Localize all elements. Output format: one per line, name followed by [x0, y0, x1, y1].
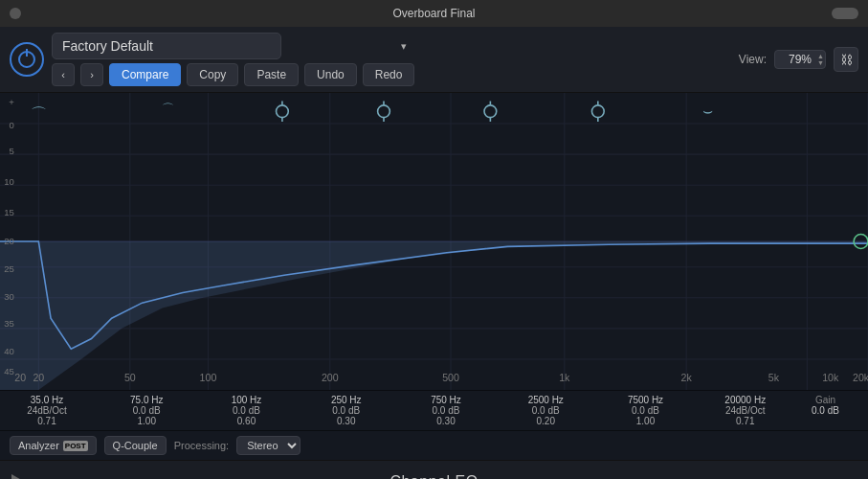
- processing-label: Processing:: [174, 440, 229, 451]
- nav-prev-button[interactable]: ‹: [52, 63, 75, 86]
- svg-text:40: 40: [4, 346, 14, 356]
- band-1-db: 24dB/Oct: [27, 405, 67, 416]
- post-badge: POST: [63, 441, 88, 451]
- band-2-freq: 75.0 Hz: [130, 395, 163, 405]
- link-icon: ⛓: [840, 53, 853, 67]
- band-5-freq: 750 Hz: [431, 395, 461, 405]
- band-8-info: 20000 Hz 24dB/Oct 0.71: [712, 395, 779, 426]
- plugin-header: Factory Default ▾ ‹ › Compare Copy Paste…: [0, 27, 868, 93]
- eq-svg: ⌒ ⌒ ⌣ ⌒ 20 20 50 100 200 500 1k 2k 5k: [0, 93, 868, 390]
- title-bar: Overboard Final: [0, 0, 868, 27]
- copy-button[interactable]: Copy: [187, 63, 238, 86]
- redo-button[interactable]: Redo: [363, 63, 415, 86]
- window-close-dot[interactable]: [10, 8, 21, 19]
- power-button[interactable]: [10, 42, 44, 77]
- band-2-info: 75.0 Hz 0.0 dB 1.00: [113, 395, 180, 426]
- svg-text:5: 5: [10, 146, 14, 156]
- svg-text:100: 100: [200, 372, 217, 383]
- svg-text:30: 30: [4, 291, 14, 302]
- band-2-db: 0.0 dB: [133, 405, 161, 416]
- play-button[interactable]: [11, 474, 25, 480]
- svg-text:20: 20: [33, 372, 44, 383]
- qcouple-label: Q-Couple: [113, 440, 158, 451]
- svg-text:15: 15: [4, 207, 14, 217]
- band-6-freq: 2500 Hz: [528, 395, 564, 405]
- preset-dropdown[interactable]: Factory Default: [52, 33, 281, 59]
- svg-text:5k: 5k: [768, 372, 780, 383]
- band-3-q: 0.60: [237, 416, 256, 426]
- svg-text:45: 45: [4, 366, 14, 376]
- svg-text:10k: 10k: [822, 372, 839, 383]
- band-info-section: 35.0 Hz 24dB/Oct 0.71 75.0 Hz 0.0 dB 1.0…: [0, 390, 868, 430]
- svg-text:500: 500: [442, 372, 459, 383]
- processing-select[interactable]: Stereo Mono Left Right Mid Side: [236, 436, 300, 455]
- svg-text:50: 50: [124, 372, 136, 383]
- band-4-freq: 250 Hz: [331, 395, 362, 405]
- band-4-info: 250 Hz 0.0 dB 0.30: [313, 395, 380, 426]
- svg-text:⌒: ⌒: [31, 105, 47, 124]
- nav-next-button[interactable]: ›: [80, 63, 103, 86]
- band-8-q: 0.71: [736, 416, 754, 426]
- svg-text:20k: 20k: [853, 372, 868, 383]
- view-value-wrapper: ▲▼: [774, 50, 826, 69]
- compare-button[interactable]: Compare: [109, 63, 181, 86]
- analyzer-button[interactable]: Analyzer POST: [10, 436, 97, 455]
- band-1-q: 0.71: [37, 416, 56, 426]
- band-6-q: 0.20: [537, 416, 555, 426]
- view-section: View: ▲▼ ⛓: [739, 47, 858, 72]
- svg-text:+: +: [9, 97, 14, 107]
- band-7-freq: 7500 Hz: [628, 395, 663, 405]
- power-icon: [18, 51, 35, 68]
- gain-label: Gain: [815, 395, 835, 405]
- bottom-toolbar: Analyzer POST Q-Couple Processing: Stere…: [0, 430, 868, 460]
- footer-title: Channel EQ: [389, 473, 478, 480]
- gain-section: Gain 0.0 dB: [812, 395, 839, 416]
- freq-row: 35.0 Hz 24dB/Oct 0.71 75.0 Hz 0.0 dB 1.0…: [13, 395, 839, 426]
- svg-text:35: 35: [4, 318, 14, 329]
- svg-text:20: 20: [14, 372, 26, 383]
- view-value-input[interactable]: [774, 50, 826, 69]
- band-4-q: 0.30: [337, 416, 355, 426]
- band-4-db: 0.0 dB: [332, 405, 360, 416]
- svg-text:2k: 2k: [681, 372, 693, 383]
- band-7-q: 1.00: [636, 416, 655, 426]
- band-5-q: 0.30: [436, 416, 455, 426]
- svg-text:⌒: ⌒: [162, 102, 174, 116]
- svg-text:200: 200: [322, 372, 339, 383]
- gain-value: 0.0 dB: [812, 405, 839, 416]
- band-2-q: 1.00: [138, 416, 156, 426]
- svg-text:0: 0: [10, 120, 14, 130]
- paste-button[interactable]: Paste: [244, 63, 299, 86]
- svg-text:25: 25: [4, 263, 14, 274]
- svg-text:20: 20: [4, 236, 14, 246]
- analyzer-label: Analyzer: [18, 440, 59, 451]
- band-3-db: 0.0 dB: [233, 405, 260, 416]
- svg-text:⌣: ⌣: [702, 101, 713, 119]
- band-6-db: 0.0 dB: [532, 405, 560, 416]
- band-1-info: 35.0 Hz 24dB/Oct 0.71: [13, 395, 80, 426]
- view-label: View:: [739, 53, 767, 66]
- qcouple-button[interactable]: Q-Couple: [104, 436, 167, 455]
- svg-text:10: 10: [4, 176, 14, 187]
- preset-dropdown-wrapper: Factory Default ▾: [52, 33, 414, 59]
- toolbar-row: ‹ › Compare Copy Paste Undo Redo: [52, 63, 414, 86]
- band-8-freq: 20000 Hz: [724, 395, 766, 405]
- band-7-db: 0.0 dB: [632, 405, 659, 416]
- band-8-db: 24dB/Oct: [725, 405, 766, 416]
- dropdown-arrow-icon: ▾: [401, 40, 407, 53]
- window-title: Overboard Final: [392, 7, 475, 20]
- band-3-freq: 100 Hz: [232, 395, 262, 405]
- link-button[interactable]: ⛓: [834, 47, 858, 72]
- preset-section: Factory Default ▾ ‹ › Compare Copy Paste…: [52, 33, 414, 86]
- eq-display: ⌒ ⌒ ⌣ ⌒ 20 20 50 100 200 500 1k 2k 5k: [0, 93, 868, 390]
- band-6-info: 2500 Hz 0.0 dB 0.20: [512, 395, 579, 426]
- band-3-info: 100 Hz 0.0 dB 0.60: [213, 395, 280, 426]
- window-expand-pill[interactable]: [832, 8, 858, 19]
- footer: Channel EQ: [0, 460, 868, 479]
- band-5-db: 0.0 dB: [433, 405, 460, 416]
- band-5-info: 750 Hz 0.0 dB 0.30: [412, 395, 479, 426]
- band-7-info: 7500 Hz 0.0 dB 1.00: [612, 395, 679, 426]
- svg-text:1k: 1k: [559, 372, 570, 383]
- undo-button[interactable]: Undo: [304, 63, 357, 86]
- band-1-freq: 35.0 Hz: [31, 395, 63, 405]
